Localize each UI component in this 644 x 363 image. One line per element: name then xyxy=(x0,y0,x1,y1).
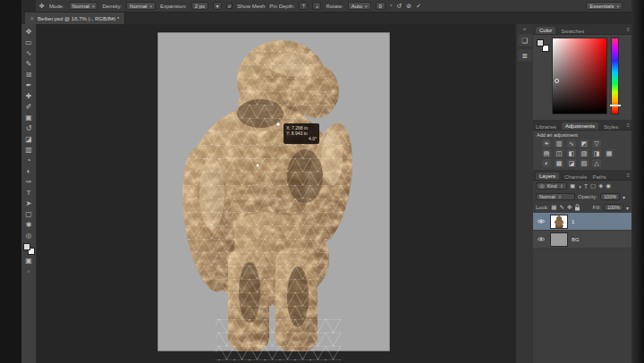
lock-position-icon[interactable]: ✥ xyxy=(567,204,572,211)
canvas-area[interactable]: X: 7.268 in Y: 8.943 in 4.0° xyxy=(37,24,515,363)
hue-saturation-icon[interactable]: ▤ xyxy=(542,149,551,157)
layer-thumbnail[interactable] xyxy=(550,232,568,247)
tab-adjustments[interactable]: Adjustments xyxy=(562,122,598,130)
layer-name[interactable]: BG xyxy=(572,237,580,242)
layer-thumbnail[interactable] xyxy=(550,215,568,229)
chevron-down-icon[interactable]: ▾ xyxy=(626,205,629,211)
layer-visibility-toggle[interactable] xyxy=(536,236,547,242)
tab-libraries[interactable]: Libraries xyxy=(536,124,556,130)
pin-forward-button[interactable]: ⇡ xyxy=(299,2,308,10)
layer-row[interactable]: 1 xyxy=(533,213,631,231)
show-mesh-checkbox[interactable]: ✓ xyxy=(226,3,233,9)
filter-pixel-layers-icon[interactable]: ▣ xyxy=(570,182,575,190)
zoom-tool[interactable]: ◎ xyxy=(22,230,36,241)
lock-pixels-icon[interactable]: ✎ xyxy=(560,204,564,211)
chevron-down-icon[interactable]: ▾ xyxy=(623,194,625,200)
channel-mixer-icon[interactable]: ◨ xyxy=(592,149,601,157)
density-dropdown[interactable]: Normal ▾ xyxy=(126,2,156,10)
layer-row[interactable]: BG xyxy=(533,231,631,249)
filter-type-layers-icon[interactable]: T xyxy=(584,183,588,190)
panel-menu-icon[interactable]: ≡ xyxy=(626,122,630,128)
tab-styles[interactable]: Styles xyxy=(604,124,618,130)
panel-menu-icon[interactable]: ≡ xyxy=(626,27,630,32)
selective-color-icon[interactable]: △ xyxy=(592,159,601,167)
filter-toggle-icon[interactable]: ◉ xyxy=(606,182,611,190)
tab-channels[interactable]: Channels xyxy=(564,174,587,180)
filter-adjustment-layers-icon[interactable]: ◑ xyxy=(578,183,581,190)
hue-slider[interactable] xyxy=(611,38,619,114)
cancel-puppet-warp-button[interactable]: ⊘ xyxy=(406,3,411,10)
quick-mask-button[interactable]: ▣ xyxy=(22,255,36,266)
path-selection-tool[interactable]: ➤ xyxy=(22,198,36,208)
layer-filter-dropdown[interactable]: ◎ Kind ⇕ xyxy=(536,182,567,190)
rotation-angle-input[interactable]: 0 xyxy=(376,2,386,10)
vibrance-icon[interactable]: ▽ xyxy=(592,139,601,148)
lock-all-icon[interactable] xyxy=(574,204,580,212)
document-canvas[interactable] xyxy=(37,24,515,363)
lock-transparency-icon[interactable]: ▦ xyxy=(551,204,556,211)
black-white-icon[interactable]: ◧ xyxy=(567,149,576,157)
document-tab[interactable]: × Beiber.psd @ 16.7% (-, RGB/8#) * xyxy=(25,13,125,24)
workspace-switcher[interactable]: Essentials ▾ xyxy=(586,2,623,10)
levels-icon[interactable]: ▥ xyxy=(555,139,564,148)
close-icon[interactable]: × xyxy=(30,15,34,21)
shape-tool[interactable]: ▢ xyxy=(22,208,36,219)
fill-input[interactable]: 100% xyxy=(604,204,623,211)
filter-smart-objects-icon[interactable]: ◈ xyxy=(598,182,603,190)
expansion-slider-button[interactable]: ▾ xyxy=(213,2,222,10)
layer-name[interactable]: 1 xyxy=(572,219,574,224)
healing-brush-tool[interactable]: ✚ xyxy=(22,90,36,101)
mode-dropdown[interactable]: Normal ▾ xyxy=(69,2,98,10)
invert-icon[interactable]: ◐ xyxy=(542,159,551,167)
clone-stamp-tool[interactable]: ▣ xyxy=(22,112,36,122)
screen-mode-button[interactable]: ▫ xyxy=(22,266,36,276)
crop-tool[interactable]: ⊞ xyxy=(22,69,36,80)
panel-menu-icon[interactable]: ≡ xyxy=(626,173,630,178)
color-panel-swatches[interactable] xyxy=(537,39,549,52)
blur-tool[interactable]: ◔ xyxy=(22,155,36,165)
expansion-input[interactable]: 2 px xyxy=(191,2,208,10)
blend-mode-dropdown[interactable]: Normal ⇕ xyxy=(536,193,575,200)
eyedropper-tool[interactable]: ✒ xyxy=(22,80,36,90)
opacity-input[interactable]: 100% xyxy=(600,193,620,200)
eraser-tool[interactable]: ◪ xyxy=(22,133,36,144)
filter-shape-layers-icon[interactable]: ▢ xyxy=(590,182,596,190)
remove-all-pins-button[interactable]: ↺ xyxy=(396,3,402,10)
expand-panels-icon[interactable]: « xyxy=(523,26,526,31)
color-lookup-icon[interactable]: ▦ xyxy=(605,149,614,157)
threshold-icon[interactable]: ◪ xyxy=(567,159,576,167)
photo-filter-icon[interactable]: ▨ xyxy=(580,149,589,157)
brush-tool[interactable]: ✐ xyxy=(22,101,36,112)
saturation-brightness-field[interactable] xyxy=(552,38,607,114)
type-tool[interactable]: T xyxy=(22,187,36,198)
pen-tool[interactable]: ✑ xyxy=(22,176,36,187)
quick-selection-tool[interactable]: ✎ xyxy=(22,58,36,69)
move-tool[interactable]: ✥ xyxy=(22,26,36,37)
hue-slider-handle[interactable] xyxy=(610,105,621,106)
foreground-color-swatch[interactable] xyxy=(23,243,30,250)
brightness-contrast-icon[interactable]: ☀ xyxy=(542,139,551,148)
tab-swatches[interactable]: Swatches xyxy=(561,29,584,34)
pin-backward-button[interactable]: ⇣ xyxy=(312,2,321,10)
lasso-tool[interactable]: ∿ xyxy=(22,47,36,58)
exposure-icon[interactable]: ◩ xyxy=(580,139,589,148)
history-panel-icon[interactable]: ❏ xyxy=(518,34,532,46)
marquee-tool[interactable]: ▭ xyxy=(22,37,36,47)
hand-tool[interactable]: ✱ xyxy=(22,219,36,230)
gradient-tool[interactable]: ▥ xyxy=(22,144,36,155)
properties-panel-icon[interactable]: ≣ xyxy=(518,49,532,62)
rotate-dropdown[interactable]: Auto ▾ xyxy=(348,2,371,10)
dodge-tool[interactable]: ◐ xyxy=(22,165,36,176)
color-picker-dot[interactable] xyxy=(555,79,559,83)
foreground-color-swatch[interactable] xyxy=(537,39,544,46)
layer-visibility-toggle[interactable] xyxy=(536,218,547,224)
history-brush-tool[interactable]: ↺ xyxy=(22,122,36,133)
gradient-map-icon[interactable]: ▧ xyxy=(580,159,589,167)
tab-layers[interactable]: Layers xyxy=(536,173,559,180)
foreground-background-swatches[interactable] xyxy=(23,243,35,255)
puppet-warp-tool-icon[interactable]: ✜ xyxy=(39,3,45,10)
curves-icon[interactable]: ∿ xyxy=(567,139,576,148)
color-balance-icon[interactable]: ◫ xyxy=(555,149,564,157)
tab-paths[interactable]: Paths xyxy=(592,174,606,180)
tab-color[interactable]: Color xyxy=(536,27,555,34)
